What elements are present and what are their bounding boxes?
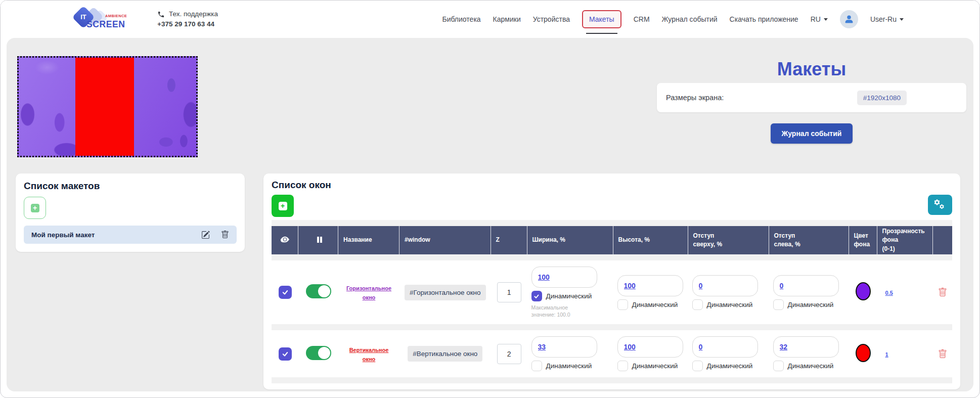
toggle-knob (318, 347, 330, 359)
margin-top-dynamic-checkbox[interactable] (692, 361, 703, 371)
toggle-bars-icon (317, 237, 319, 243)
user-menu[interactable]: User-Ru (870, 15, 904, 23)
margin-left-input[interactable] (773, 336, 839, 358)
dynamic-label: Динамический (546, 292, 592, 300)
col-actions (933, 226, 952, 254)
trash-icon (221, 231, 229, 239)
z-index-input[interactable] (497, 282, 521, 302)
margin-left-input[interactable] (773, 275, 839, 296)
nav-item-library[interactable]: Библиотека (442, 15, 480, 23)
screen-size-badge: #1920x1080 (857, 91, 907, 105)
col-enabled (298, 226, 338, 254)
width-input[interactable] (531, 267, 597, 288)
dynamic-label: Динамический (632, 362, 678, 370)
edit-layout-button[interactable] (201, 231, 210, 239)
support-label: Тех. поддержка (169, 9, 218, 19)
bg-color-swatch[interactable] (856, 344, 871, 362)
dynamic-label: Динамический (632, 301, 678, 308)
height-input[interactable] (617, 275, 683, 296)
screen-size-panel: Размеры экрана: #1920x1080 (657, 83, 966, 112)
col-bg-opacity: Прозрачность фона (0-1) (877, 226, 933, 254)
hero-column: Макеты Размеры экрана: #1920x1080 Журнал… (657, 38, 966, 144)
windows-panel-title: Список окон (272, 180, 952, 191)
trash-icon (938, 288, 947, 297)
windows-settings-button[interactable] (928, 195, 952, 215)
nav-item-event-log[interactable]: Журнал событий (662, 15, 718, 23)
col-margin-top: Отступ сверху, % (688, 226, 769, 254)
col-width: Ширина, % (527, 226, 613, 254)
windows-toolbar: + (272, 195, 952, 217)
app-window: IT AMBIENCE SCREEN Тех. поддержка +375 2… (0, 0, 980, 398)
eye-icon (281, 235, 289, 244)
add-window-button[interactable]: + (272, 195, 294, 217)
nav-item-karmiki[interactable]: Кармики (493, 15, 521, 23)
z-index-input[interactable] (497, 344, 521, 364)
user-name: User-Ru (870, 15, 897, 23)
enabled-toggle[interactable] (306, 284, 331, 298)
bg-opacity-link[interactable]: 0.5 (885, 290, 893, 296)
col-z: Z (491, 226, 527, 254)
col-bg-color: Цвет фона (849, 226, 877, 254)
support-phone-number: +375 29 170 63 44 (157, 19, 218, 29)
visibility-checkbox[interactable] (279, 347, 292, 361)
dynamic-label: Динамический (788, 301, 834, 308)
main-row: Список макетов + Мой первый макет (16, 173, 960, 389)
layout-list-item[interactable]: Мой первый макет (24, 226, 237, 244)
window-id-badge: #Горизонтальное окно (405, 285, 486, 300)
col-visibility (272, 226, 298, 254)
margin-left-dynamic-checkbox[interactable] (773, 299, 784, 310)
delete-window-button[interactable] (938, 349, 947, 359)
top-bar: IT AMBIENCE SCREEN Тех. поддержка +375 2… (1, 1, 979, 38)
event-log-button[interactable]: Журнал событий (771, 123, 853, 144)
preview-vertical-window (75, 58, 134, 156)
phone-icon (157, 11, 165, 18)
window-name-link[interactable]: Горизонтальное окно (346, 285, 391, 300)
window-name-link[interactable]: Вертикальное окно (349, 347, 389, 362)
toggle-knob (318, 285, 330, 297)
dynamic-label: Динамический (788, 362, 834, 370)
width-dynamic-checkbox[interactable] (531, 291, 542, 301)
layouts-panel: Список макетов + Мой первый макет (16, 173, 245, 252)
language-value: RU (811, 15, 821, 23)
app-logo[interactable]: IT AMBIENCE SCREEN (71, 7, 131, 32)
max-value-note: Максимальное значение: 100.0 (531, 304, 590, 318)
nav-item-crm[interactable]: CRM (634, 15, 650, 23)
language-dropdown[interactable]: RU (811, 15, 828, 23)
margin-top-input[interactable] (692, 336, 758, 358)
plus-icon: + (31, 204, 39, 212)
nav-item-download-app[interactable]: Скачать приложение (730, 15, 798, 23)
table-header-row: Название #window Z Ширина, % Высота, % О… (272, 226, 952, 254)
check-icon (282, 350, 289, 358)
window-row: Горизонтальное окно #Горизонтальное окно… (272, 260, 952, 324)
margin-left-dynamic-checkbox[interactable] (773, 361, 784, 371)
check-icon (533, 293, 540, 299)
layouts-panel-title: Список макетов (24, 181, 237, 192)
margin-top-dynamic-checkbox[interactable] (692, 299, 703, 310)
layout-name: Мой первый макет (31, 231, 95, 239)
plus-icon: + (279, 202, 287, 210)
nav-item-layouts-active[interactable]: Макеты (582, 10, 621, 28)
bg-color-swatch[interactable] (856, 282, 871, 300)
bg-opacity-link[interactable]: 1 (885, 351, 888, 358)
width-input[interactable] (531, 336, 597, 358)
add-layout-button[interactable]: + (24, 197, 46, 219)
height-dynamic-checkbox[interactable] (617, 361, 628, 371)
avatar[interactable] (840, 10, 858, 28)
nav-item-devices[interactable]: Устройства (533, 15, 570, 23)
height-dynamic-checkbox[interactable] (617, 299, 628, 310)
col-name: Название (338, 226, 399, 254)
delete-window-button[interactable] (938, 288, 947, 297)
height-input[interactable] (617, 336, 683, 358)
screen-size-label: Размеры экрана: (666, 94, 724, 102)
margin-top-input[interactable] (692, 275, 758, 296)
chevron-down-icon (900, 18, 904, 21)
enabled-toggle[interactable] (306, 346, 331, 360)
pencil-square-icon (201, 231, 210, 239)
width-dynamic-checkbox[interactable] (531, 361, 542, 371)
col-margin-left: Отступ слева, % (769, 226, 849, 254)
layout-preview[interactable] (17, 56, 198, 157)
logo-ambience-text: AMBIENCE (105, 14, 127, 18)
visibility-checkbox[interactable] (279, 286, 292, 299)
delete-layout-button[interactable] (221, 231, 229, 239)
dynamic-label: Динамический (546, 362, 592, 370)
